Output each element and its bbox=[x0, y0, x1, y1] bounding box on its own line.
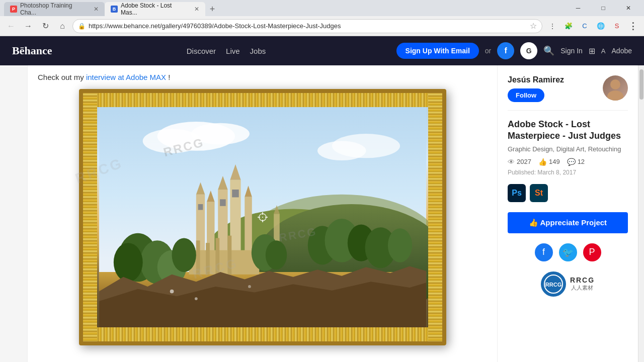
views-count: 2027 bbox=[517, 158, 531, 165]
announcement-link[interactable]: interview at Adobe MAX bbox=[86, 73, 166, 81]
right-scrollbar[interactable] bbox=[638, 65, 644, 362]
svg-point-5 bbox=[317, 141, 366, 161]
announcement-bar: Check out my interview at Adobe MAX ! bbox=[28, 65, 497, 89]
tab-favicon-2: B bbox=[111, 6, 118, 13]
author-avatar bbox=[603, 75, 628, 101]
rrcg-circle-icon: RRCG bbox=[541, 272, 566, 297]
svg-point-36 bbox=[265, 240, 286, 269]
painting-frame: RRCG RRCG bbox=[79, 89, 446, 345]
frame-top-border bbox=[83, 93, 442, 107]
tab-favicon-1: P bbox=[10, 6, 17, 13]
likes-icon: 👍 bbox=[538, 158, 547, 166]
home-button[interactable]: ⌂ bbox=[55, 19, 69, 33]
twitter-share-button[interactable]: 🐦 bbox=[559, 243, 577, 261]
svg-point-45 bbox=[194, 297, 197, 300]
browser-window: P Photoshop Training Cha... ✕ B Adobe St… bbox=[0, 0, 644, 36]
project-tags: Graphic Design, Digital Art, Retouching bbox=[508, 145, 628, 153]
svg-rect-30 bbox=[215, 238, 219, 274]
svg-rect-21 bbox=[220, 199, 226, 206]
svg-rect-28 bbox=[196, 240, 200, 275]
chrome-extension-3[interactable]: 🌐 bbox=[594, 19, 608, 33]
profile-info: Jesús Ramirez Follow bbox=[508, 75, 597, 102]
header-nav: Discover Live Jobs bbox=[68, 47, 384, 55]
left-gutter bbox=[0, 65, 28, 362]
menu-button[interactable]: ⋮ bbox=[626, 19, 640, 33]
facebook-share-button[interactable]: f bbox=[535, 243, 553, 261]
close-button[interactable]: ✕ bbox=[617, 1, 640, 15]
grid-icon[interactable]: ⊞ bbox=[589, 46, 595, 56]
tab-close-2[interactable]: ✕ bbox=[194, 6, 199, 13]
app-badges: Ps St bbox=[508, 184, 628, 202]
browser-toolbar: ← → ↻ ⌂ 🔒 https://www.behance.net/galler… bbox=[0, 16, 644, 36]
browser-tabs: P Photoshop Training Cha... ✕ B Adobe St… bbox=[4, 0, 219, 16]
appreciate-button[interactable]: 👍 Appreciate Project bbox=[508, 212, 628, 233]
search-icon[interactable]: 🔍 bbox=[543, 45, 554, 56]
announcement-text: Check out my bbox=[38, 73, 86, 81]
svg-point-44 bbox=[170, 290, 174, 294]
scrollbar-thumb bbox=[639, 69, 643, 100]
frame-bottom-border bbox=[83, 327, 442, 341]
chrome-extension-2[interactable]: C bbox=[578, 19, 592, 33]
author-name: Jesús Ramirez bbox=[508, 75, 597, 84]
likes-count: 149 bbox=[549, 158, 560, 165]
back-button[interactable]: ← bbox=[4, 19, 18, 33]
secure-icon: 🔒 bbox=[78, 23, 86, 30]
google-login-button[interactable]: G bbox=[520, 42, 537, 59]
photoshop-badge: Ps bbox=[508, 184, 526, 202]
minimize-button[interactable]: ─ bbox=[567, 1, 590, 15]
profile-section: Jesús Ramirez Follow bbox=[508, 75, 628, 102]
adobe-icon: A bbox=[601, 47, 606, 55]
extensions-button[interactable]: ⋮ bbox=[545, 19, 559, 33]
svg-rect-16 bbox=[198, 204, 203, 210]
signup-button[interactable]: Sign Up With Email bbox=[396, 43, 479, 59]
page-content: Check out my interview at Adobe MAX ! bbox=[0, 65, 644, 362]
nav-discover[interactable]: Discover bbox=[187, 47, 216, 55]
svg-rect-24 bbox=[232, 190, 239, 197]
svg-point-53 bbox=[610, 79, 620, 89]
main-area: Check out my interview at Adobe MAX ! bbox=[28, 65, 497, 362]
svg-point-34 bbox=[172, 238, 196, 272]
published-date: Published: March 8, 2017 bbox=[508, 169, 628, 176]
follow-button[interactable]: Follow bbox=[508, 88, 544, 102]
tab-photoshop-training[interactable]: P Photoshop Training Cha... ✕ bbox=[4, 2, 105, 16]
social-share: f 🐦 P bbox=[508, 243, 628, 261]
right-sidebar: Jesús Ramirez Follow Adobe Stock - Lost … bbox=[497, 65, 638, 362]
announcement-after: ! bbox=[168, 73, 170, 81]
pinterest-share-button[interactable]: P bbox=[583, 243, 601, 261]
maximize-button[interactable]: □ bbox=[592, 1, 615, 15]
svg-text:RRCG: RRCG bbox=[545, 282, 561, 288]
address-text: https://www.behance.net/gallery/49760389… bbox=[89, 22, 527, 30]
rrcg-logo: RRCG RRCG 人人素材 bbox=[541, 272, 595, 297]
stat-likes: 👍 149 bbox=[538, 158, 560, 166]
rrcg-logo-area: RRCG RRCG 人人素材 bbox=[508, 272, 628, 297]
stat-views: 👁 2027 bbox=[508, 158, 531, 166]
project-title: Adobe Stock - Lost Masterpiece - Just Ju… bbox=[508, 119, 628, 142]
signin-link[interactable]: Sign In bbox=[560, 47, 583, 55]
behance-logo[interactable]: Bēhance bbox=[12, 44, 52, 57]
new-tab-button[interactable]: + bbox=[205, 2, 219, 16]
behance-header: Bēhance Discover Live Jobs Sign Up With … bbox=[0, 36, 644, 65]
svg-point-46 bbox=[248, 285, 251, 288]
tab-label-2: Adobe Stock - Lost Mas... bbox=[121, 2, 189, 16]
tab-adobe-stock[interactable]: B Adobe Stock - Lost Mas... ✕ bbox=[105, 2, 205, 16]
browser-titlebar: P Photoshop Training Cha... ✕ B Adobe St… bbox=[0, 0, 644, 16]
painting-svg bbox=[97, 107, 428, 327]
window-controls: ─ □ ✕ bbox=[567, 1, 640, 15]
address-bar[interactable]: 🔒 https://www.behance.net/gallery/497603… bbox=[72, 19, 542, 33]
toolbar-icons: ⋮ 🧩 C 🌐 S ⋮ bbox=[545, 19, 640, 33]
stock-badge: St bbox=[530, 184, 548, 202]
painting-container: RRCG RRCG bbox=[28, 89, 497, 345]
forward-button[interactable]: → bbox=[21, 19, 35, 33]
refresh-button[interactable]: ↻ bbox=[38, 19, 52, 33]
stat-comments: 💬 12 bbox=[567, 158, 585, 166]
header-actions: Sign Up With Email or f G 🔍 Sign In ⊞ A … bbox=[396, 42, 632, 59]
painting-image: RRCG RRCG bbox=[97, 107, 428, 327]
chrome-extension-4[interactable]: S bbox=[610, 19, 624, 33]
nav-jobs[interactable]: Jobs bbox=[250, 47, 266, 55]
nav-live[interactable]: Live bbox=[226, 47, 240, 55]
chrome-extension-1[interactable]: 🧩 bbox=[561, 19, 576, 33]
tab-close-1[interactable]: ✕ bbox=[94, 6, 99, 13]
or-label: or bbox=[485, 47, 491, 55]
svg-rect-29 bbox=[206, 243, 210, 275]
facebook-login-button[interactable]: f bbox=[497, 42, 514, 59]
